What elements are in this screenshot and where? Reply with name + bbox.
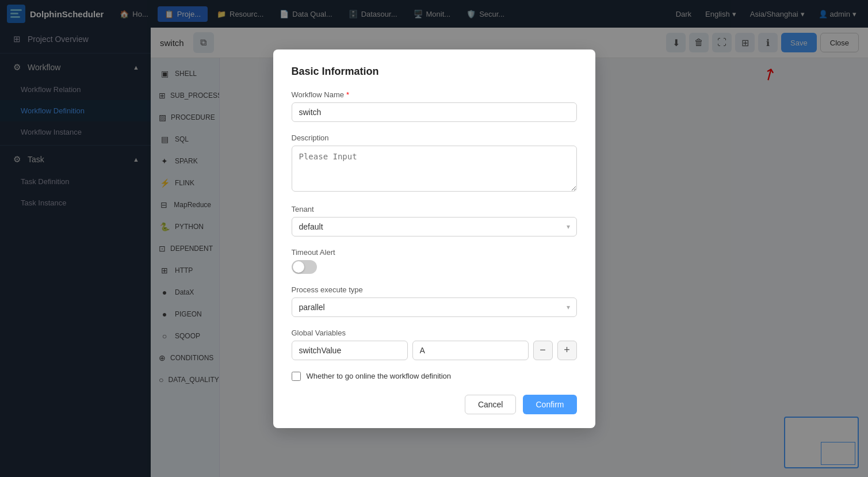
global-variables-label: Global Variables — [292, 329, 577, 337]
global-var-key-input[interactable] — [292, 341, 408, 360]
global-variables-group: Global Variables − + — [292, 329, 577, 360]
global-var-remove-button[interactable]: − — [533, 341, 553, 360]
workflow-name-group: Workflow Name * — [292, 90, 577, 122]
description-label: Description — [292, 133, 577, 142]
workflow-name-input[interactable] — [292, 102, 577, 122]
tenant-group: Tenant default ▾ — [292, 205, 577, 236]
global-var-add-button[interactable]: + — [557, 341, 577, 360]
dialog-title: Basic Information — [292, 66, 577, 78]
process-execute-type-select[interactable]: parallel serial — [292, 297, 577, 317]
description-textarea[interactable] — [292, 146, 577, 192]
online-checkbox-group: Whether to go online the workflow defini… — [292, 372, 577, 381]
process-execute-type-group: Process execute type parallel serial ▾ — [292, 285, 577, 317]
tenant-select[interactable]: default — [292, 217, 577, 236]
timeout-alert-group: Timeout Alert — [292, 248, 577, 274]
tenant-label: Tenant — [292, 205, 577, 213]
modal-overlay[interactable]: Basic Information Workflow Name * Descri… — [0, 0, 868, 477]
cancel-button[interactable]: Cancel — [465, 395, 517, 414]
process-execute-type-wrapper: parallel serial ▾ — [292, 297, 577, 317]
timeout-alert-label: Timeout Alert — [292, 248, 577, 257]
global-variable-row: − + — [292, 341, 577, 360]
timeout-alert-toggle-container — [292, 260, 577, 274]
tenant-select-wrapper: default ▾ — [292, 217, 577, 236]
basic-info-dialog: Basic Information Workflow Name * Descri… — [273, 49, 595, 428]
online-checkbox-label: Whether to go online the workflow defini… — [307, 372, 451, 380]
online-checkbox[interactable] — [292, 372, 301, 381]
toggle-knob — [293, 261, 304, 273]
process-execute-type-label: Process execute type — [292, 285, 577, 294]
workflow-name-label: Workflow Name * — [292, 90, 577, 99]
online-checkbox-row: Whether to go online the workflow defini… — [292, 372, 577, 381]
description-group: Description — [292, 133, 577, 193]
dialog-footer: Cancel Confirm — [292, 395, 577, 414]
confirm-button[interactable]: Confirm — [523, 395, 576, 414]
global-var-value-input[interactable] — [412, 341, 529, 360]
required-star: * — [346, 90, 349, 99]
timeout-alert-toggle[interactable] — [292, 260, 317, 274]
